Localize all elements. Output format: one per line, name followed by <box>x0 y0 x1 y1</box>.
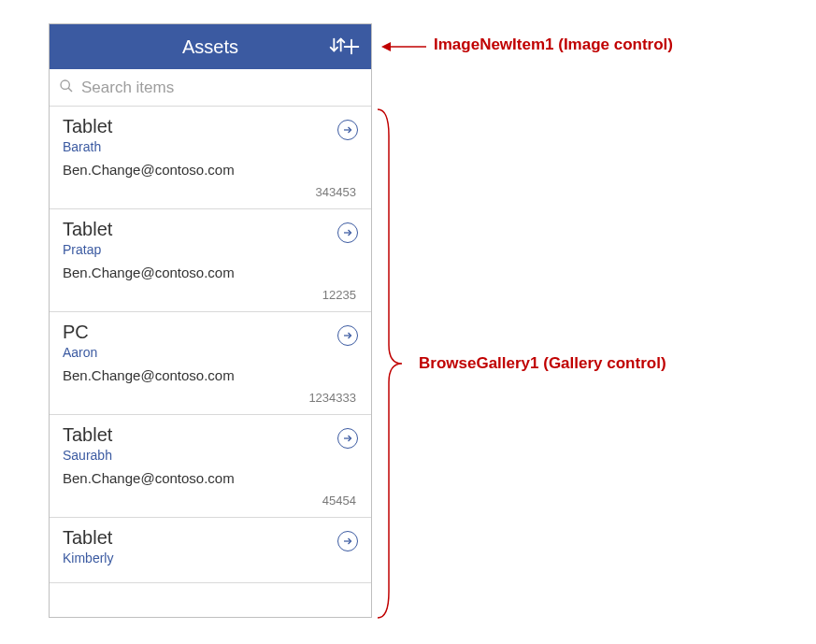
item-email: Ben.Change@contoso.com <box>63 162 358 178</box>
next-arrow-icon[interactable] <box>337 531 358 551</box>
list-item[interactable]: Tablet Pratap Ben.Change@contoso.com 122… <box>50 209 371 312</box>
item-id: 343453 <box>63 185 358 201</box>
svg-line-5 <box>68 88 72 92</box>
item-subtitle: Barath <box>63 139 358 154</box>
next-arrow-icon[interactable] <box>337 120 358 140</box>
annotation-middle: BrowseGallery1 (Gallery control) <box>419 354 666 373</box>
annotation-top: ImageNewItem1 (Image control) <box>434 36 673 54</box>
list-item[interactable]: Tablet Barath Ben.Change@contoso.com 343… <box>50 107 371 209</box>
svg-marker-14 <box>381 42 391 51</box>
item-subtitle: Pratap <box>63 242 358 257</box>
item-id: 1234333 <box>63 391 358 407</box>
svg-point-4 <box>61 80 69 89</box>
item-title: PC <box>63 322 358 343</box>
item-email: Ben.Change@contoso.com <box>63 470 358 486</box>
search-bar[interactable] <box>50 69 371 107</box>
list-item[interactable]: Tablet Kimberly <box>50 518 371 583</box>
item-email: Ben.Change@contoso.com <box>63 367 358 383</box>
item-subtitle: Aaron <box>63 345 358 360</box>
sort-icon[interactable] <box>302 35 326 59</box>
app-screen: Assets // no- <box>49 23 372 618</box>
brace-icon <box>376 107 404 620</box>
search-input[interactable] <box>81 79 362 97</box>
arrow-icon <box>381 37 428 60</box>
add-icon[interactable] <box>339 35 364 59</box>
app-header: Assets <box>50 24 371 69</box>
list-item[interactable]: Tablet Saurabh Ben.Change@contoso.com 45… <box>50 415 371 518</box>
next-arrow-icon[interactable] <box>337 428 358 449</box>
item-title: Tablet <box>63 219 358 240</box>
item-title: Tablet <box>63 116 358 137</box>
next-arrow-icon[interactable] <box>337 222 358 243</box>
item-subtitle: Saurabh <box>63 448 358 463</box>
item-id: 45454 <box>63 494 358 509</box>
search-icon <box>59 79 74 97</box>
next-arrow-icon[interactable] <box>337 325 358 346</box>
item-title: Tablet <box>63 424 358 446</box>
list-item[interactable]: PC Aaron Ben.Change@contoso.com 1234333 <box>50 312 371 415</box>
item-title: Tablet <box>63 527 358 549</box>
item-id: 12235 <box>63 288 358 304</box>
header-icons <box>302 24 364 69</box>
item-email: Ben.Change@contoso.com <box>63 265 358 280</box>
item-subtitle: Kimberly <box>63 551 358 565</box>
browse-gallery: Tablet Barath Ben.Change@contoso.com 343… <box>50 107 371 583</box>
